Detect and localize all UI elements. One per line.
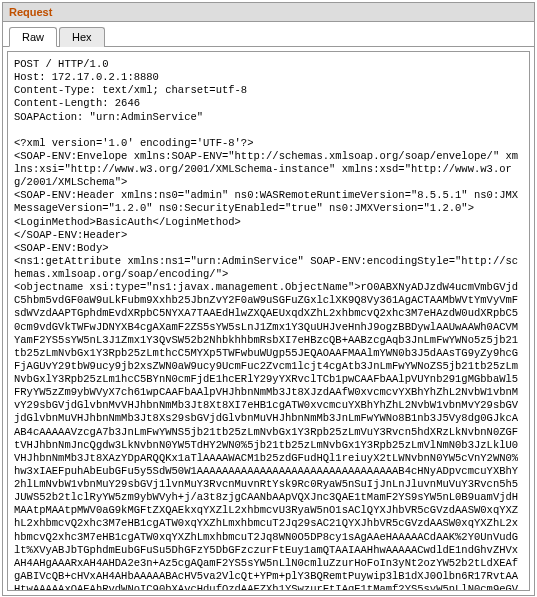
tab-raw[interactable]: Raw <box>9 27 57 47</box>
tab-hex[interactable]: Hex <box>59 27 105 47</box>
panel-title: Request <box>3 3 534 22</box>
request-body[interactable]: POST / HTTP/1.0 Host: 172.17.0.2.1:8880 … <box>7 51 530 591</box>
tab-bar: Raw Hex <box>3 22 534 47</box>
request-panel: Request Raw Hex POST / HTTP/1.0 Host: 17… <box>2 2 535 596</box>
